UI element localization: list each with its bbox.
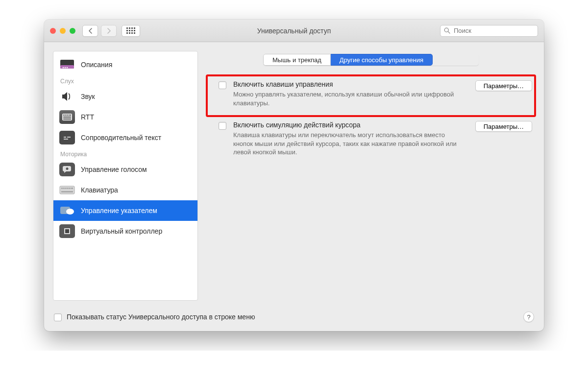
- preferences-window: Универсальный доступ Описания Слух: [44, 20, 544, 331]
- svg-rect-21: [65, 188, 67, 189]
- svg-rect-14: [64, 137, 66, 138]
- descriptions-icon: [59, 58, 75, 72]
- sidebar-item-label: Описания: [81, 61, 112, 69]
- option-title: Включить клавиши управления: [233, 80, 464, 88]
- svg-point-5: [65, 67, 66, 69]
- sidebar-item-switch-control[interactable]: Виртуальный контроллер: [53, 221, 197, 241]
- sidebar-item-label: RTT: [81, 113, 94, 121]
- window-traffic-lights: [50, 28, 75, 34]
- sidebar-item-label: Управление голосом: [81, 166, 147, 173]
- sidebar-item-descriptions[interactable]: Описания: [53, 54, 197, 75]
- sidebar-item-captions[interactable]: Сопроводительный текст: [53, 127, 197, 148]
- search-field[interactable]: [440, 25, 538, 37]
- zoom-window-button[interactable]: [70, 28, 75, 34]
- checkbox-show-status-menubar[interactable]: [54, 313, 62, 321]
- svg-rect-24: [71, 188, 73, 189]
- svg-rect-19: [61, 188, 63, 189]
- sidebar-item-label: Виртуальный контроллер: [81, 227, 162, 235]
- svg-rect-20: [63, 188, 65, 189]
- footer: Показывать статус Универсального доступа…: [44, 310, 544, 331]
- chevron-right-icon: [107, 28, 111, 34]
- sidebar-item-label: Клавиатура: [81, 186, 118, 194]
- tab-segmented-control: Мышь и трекпад Другие способы управления: [263, 54, 479, 66]
- main-pane: Мышь и трекпад Другие способы управления…: [207, 51, 535, 301]
- svg-rect-10: [67, 115, 69, 116]
- svg-rect-18: [60, 186, 74, 194]
- titlebar: Универсальный доступ: [44, 20, 544, 42]
- svg-rect-22: [67, 188, 69, 189]
- switch-control-icon: [59, 224, 75, 238]
- option-alternate-pointer: Включить симуляцию действий курсора Клав…: [207, 116, 535, 166]
- sidebar-item-label: Управление указателем: [81, 207, 157, 215]
- search-icon: [444, 27, 450, 34]
- show-all-button[interactable]: [122, 25, 140, 37]
- sidebar-item-label: Звук: [81, 93, 95, 100]
- pointer-control-icon: [59, 204, 75, 217]
- svg-rect-11: [69, 115, 71, 116]
- svg-rect-13: [63, 119, 71, 119]
- sidebar-item-pointer-control[interactable]: Управление указателем: [53, 200, 197, 221]
- option-mouse-keys: Включить клавиши управления Можно управл…: [207, 75, 535, 116]
- options-button-mouse-keys[interactable]: Параметры…: [475, 80, 532, 91]
- close-window-button[interactable]: [50, 28, 56, 34]
- svg-rect-9: [65, 115, 67, 116]
- voice-control-icon: [59, 163, 75, 176]
- keyboard-icon: [59, 183, 75, 197]
- search-input[interactable]: [453, 26, 534, 35]
- back-button[interactable]: [82, 25, 98, 37]
- svg-rect-23: [69, 188, 71, 189]
- svg-point-27: [66, 209, 74, 215]
- speaker-icon: [59, 90, 75, 103]
- option-title: Включить симуляцию действий курсора: [233, 121, 464, 129]
- grid-icon: [126, 27, 135, 34]
- sidebar-header-hearing: Слух: [53, 75, 197, 86]
- sidebar-header-motor: Моторика: [53, 148, 197, 159]
- svg-point-17: [66, 167, 69, 170]
- svg-rect-16: [64, 139, 68, 140]
- sidebar-item-audio[interactable]: Звук: [53, 86, 197, 107]
- checkbox-mouse-keys[interactable]: [219, 81, 226, 89]
- sidebar-item-keyboard[interactable]: Клавиатура: [53, 180, 197, 200]
- sidebar-item-rtt[interactable]: RTT: [53, 107, 197, 127]
- question-mark-icon: ?: [527, 313, 530, 321]
- svg-rect-12: [63, 117, 71, 118]
- options-button-alternate-pointer[interactable]: Параметры…: [475, 121, 532, 132]
- captions-icon: [59, 131, 75, 144]
- svg-line-1: [448, 31, 450, 33]
- svg-rect-8: [63, 115, 65, 116]
- rtt-icon: [59, 110, 75, 124]
- forward-button[interactable]: [101, 25, 117, 37]
- option-description: Клавиша клавиатуры или переключатель мог…: [233, 131, 464, 157]
- sidebar-item-voice-control[interactable]: Управление голосом: [53, 159, 197, 180]
- tab-alternate-control[interactable]: Другие способы управления: [331, 54, 433, 66]
- svg-rect-25: [61, 191, 73, 192]
- sidebar-item-label: Сопроводительный текст: [81, 134, 161, 142]
- svg-rect-29: [65, 229, 69, 233]
- svg-rect-15: [67, 137, 71, 138]
- tab-mouse-trackpad[interactable]: Мышь и трекпад: [263, 54, 331, 66]
- chevron-left-icon: [88, 28, 93, 34]
- checkbox-alternate-pointer[interactable]: [219, 122, 226, 130]
- svg-point-6: [67, 67, 68, 69]
- help-button[interactable]: ?: [523, 311, 534, 322]
- footer-checkbox-label: Показывать статус Универсального доступа…: [67, 313, 255, 321]
- option-description: Можно управлять указателем, используя кл…: [233, 90, 464, 107]
- category-sidebar: Описания Слух Звук RTT Сопроводительн: [53, 51, 198, 301]
- svg-point-4: [63, 67, 64, 69]
- minimize-window-button[interactable]: [60, 28, 66, 34]
